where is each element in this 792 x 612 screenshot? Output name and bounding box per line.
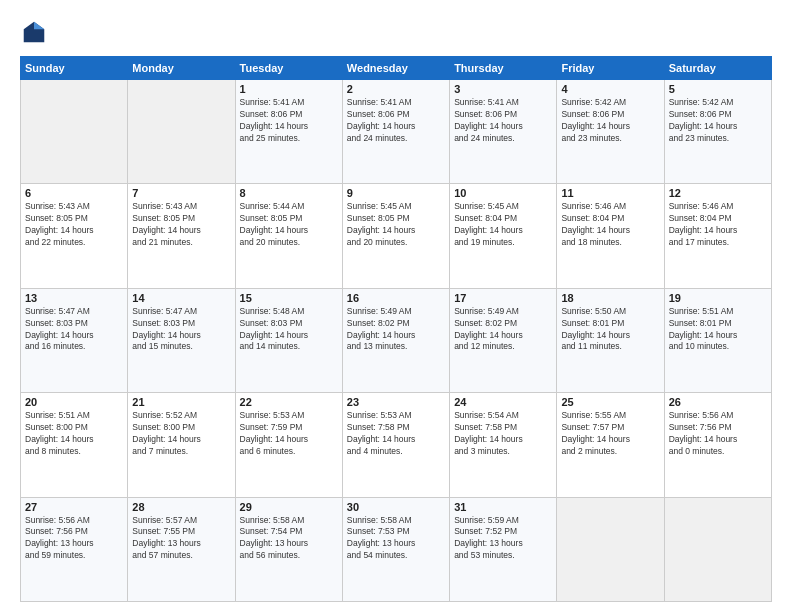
day-cell: 8Sunrise: 5:44 AM Sunset: 8:05 PM Daylig… — [235, 184, 342, 288]
day-cell: 14Sunrise: 5:47 AM Sunset: 8:03 PM Dayli… — [128, 288, 235, 392]
day-info: Sunrise: 5:41 AM Sunset: 8:06 PM Dayligh… — [454, 97, 552, 145]
week-row-5: 27Sunrise: 5:56 AM Sunset: 7:56 PM Dayli… — [21, 497, 772, 601]
day-info: Sunrise: 5:42 AM Sunset: 8:06 PM Dayligh… — [561, 97, 659, 145]
day-cell: 10Sunrise: 5:45 AM Sunset: 8:04 PM Dayli… — [450, 184, 557, 288]
day-number: 2 — [347, 83, 445, 95]
day-cell: 22Sunrise: 5:53 AM Sunset: 7:59 PM Dayli… — [235, 393, 342, 497]
day-number: 1 — [240, 83, 338, 95]
day-info: Sunrise: 5:53 AM Sunset: 7:58 PM Dayligh… — [347, 410, 445, 458]
day-cell: 9Sunrise: 5:45 AM Sunset: 8:05 PM Daylig… — [342, 184, 449, 288]
day-number: 17 — [454, 292, 552, 304]
day-number: 6 — [25, 187, 123, 199]
day-cell — [557, 497, 664, 601]
day-cell: 13Sunrise: 5:47 AM Sunset: 8:03 PM Dayli… — [21, 288, 128, 392]
day-info: Sunrise: 5:47 AM Sunset: 8:03 PM Dayligh… — [132, 306, 230, 354]
day-number: 28 — [132, 501, 230, 513]
day-cell: 20Sunrise: 5:51 AM Sunset: 8:00 PM Dayli… — [21, 393, 128, 497]
day-info: Sunrise: 5:58 AM Sunset: 7:54 PM Dayligh… — [240, 515, 338, 563]
day-cell: 4Sunrise: 5:42 AM Sunset: 8:06 PM Daylig… — [557, 80, 664, 184]
day-info: Sunrise: 5:57 AM Sunset: 7:55 PM Dayligh… — [132, 515, 230, 563]
day-cell: 17Sunrise: 5:49 AM Sunset: 8:02 PM Dayli… — [450, 288, 557, 392]
day-number: 30 — [347, 501, 445, 513]
day-number: 3 — [454, 83, 552, 95]
day-cell: 25Sunrise: 5:55 AM Sunset: 7:57 PM Dayli… — [557, 393, 664, 497]
day-info: Sunrise: 5:41 AM Sunset: 8:06 PM Dayligh… — [240, 97, 338, 145]
day-number: 4 — [561, 83, 659, 95]
day-info: Sunrise: 5:41 AM Sunset: 8:06 PM Dayligh… — [347, 97, 445, 145]
day-info: Sunrise: 5:48 AM Sunset: 8:03 PM Dayligh… — [240, 306, 338, 354]
day-number: 31 — [454, 501, 552, 513]
calendar-header-row: SundayMondayTuesdayWednesdayThursdayFrid… — [21, 57, 772, 80]
day-info: Sunrise: 5:42 AM Sunset: 8:06 PM Dayligh… — [669, 97, 767, 145]
day-number: 10 — [454, 187, 552, 199]
page: SundayMondayTuesdayWednesdayThursdayFrid… — [0, 0, 792, 612]
day-number: 25 — [561, 396, 659, 408]
column-header-tuesday: Tuesday — [235, 57, 342, 80]
day-cell: 11Sunrise: 5:46 AM Sunset: 8:04 PM Dayli… — [557, 184, 664, 288]
day-info: Sunrise: 5:56 AM Sunset: 7:56 PM Dayligh… — [25, 515, 123, 563]
day-info: Sunrise: 5:51 AM Sunset: 8:00 PM Dayligh… — [25, 410, 123, 458]
day-info: Sunrise: 5:49 AM Sunset: 8:02 PM Dayligh… — [347, 306, 445, 354]
day-number: 21 — [132, 396, 230, 408]
day-info: Sunrise: 5:50 AM Sunset: 8:01 PM Dayligh… — [561, 306, 659, 354]
day-cell: 24Sunrise: 5:54 AM Sunset: 7:58 PM Dayli… — [450, 393, 557, 497]
day-number: 29 — [240, 501, 338, 513]
day-number: 15 — [240, 292, 338, 304]
week-row-2: 6Sunrise: 5:43 AM Sunset: 8:05 PM Daylig… — [21, 184, 772, 288]
week-row-4: 20Sunrise: 5:51 AM Sunset: 8:00 PM Dayli… — [21, 393, 772, 497]
day-info: Sunrise: 5:55 AM Sunset: 7:57 PM Dayligh… — [561, 410, 659, 458]
day-number: 20 — [25, 396, 123, 408]
day-cell: 5Sunrise: 5:42 AM Sunset: 8:06 PM Daylig… — [664, 80, 771, 184]
week-row-1: 1Sunrise: 5:41 AM Sunset: 8:06 PM Daylig… — [21, 80, 772, 184]
week-row-3: 13Sunrise: 5:47 AM Sunset: 8:03 PM Dayli… — [21, 288, 772, 392]
day-number: 14 — [132, 292, 230, 304]
day-cell — [128, 80, 235, 184]
day-number: 22 — [240, 396, 338, 408]
day-info: Sunrise: 5:51 AM Sunset: 8:01 PM Dayligh… — [669, 306, 767, 354]
day-info: Sunrise: 5:54 AM Sunset: 7:58 PM Dayligh… — [454, 410, 552, 458]
day-cell: 7Sunrise: 5:43 AM Sunset: 8:05 PM Daylig… — [128, 184, 235, 288]
day-info: Sunrise: 5:47 AM Sunset: 8:03 PM Dayligh… — [25, 306, 123, 354]
day-info: Sunrise: 5:43 AM Sunset: 8:05 PM Dayligh… — [25, 201, 123, 249]
day-cell: 15Sunrise: 5:48 AM Sunset: 8:03 PM Dayli… — [235, 288, 342, 392]
day-number: 23 — [347, 396, 445, 408]
column-header-wednesday: Wednesday — [342, 57, 449, 80]
day-info: Sunrise: 5:53 AM Sunset: 7:59 PM Dayligh… — [240, 410, 338, 458]
day-info: Sunrise: 5:59 AM Sunset: 7:52 PM Dayligh… — [454, 515, 552, 563]
day-cell: 26Sunrise: 5:56 AM Sunset: 7:56 PM Dayli… — [664, 393, 771, 497]
day-info: Sunrise: 5:46 AM Sunset: 8:04 PM Dayligh… — [561, 201, 659, 249]
day-cell: 1Sunrise: 5:41 AM Sunset: 8:06 PM Daylig… — [235, 80, 342, 184]
day-info: Sunrise: 5:43 AM Sunset: 8:05 PM Dayligh… — [132, 201, 230, 249]
day-number: 9 — [347, 187, 445, 199]
day-number: 13 — [25, 292, 123, 304]
day-cell: 30Sunrise: 5:58 AM Sunset: 7:53 PM Dayli… — [342, 497, 449, 601]
day-number: 19 — [669, 292, 767, 304]
day-info: Sunrise: 5:46 AM Sunset: 8:04 PM Dayligh… — [669, 201, 767, 249]
day-info: Sunrise: 5:49 AM Sunset: 8:02 PM Dayligh… — [454, 306, 552, 354]
day-number: 16 — [347, 292, 445, 304]
day-cell — [664, 497, 771, 601]
day-cell — [21, 80, 128, 184]
svg-marker-1 — [34, 22, 44, 29]
day-cell: 27Sunrise: 5:56 AM Sunset: 7:56 PM Dayli… — [21, 497, 128, 601]
day-number: 7 — [132, 187, 230, 199]
day-info: Sunrise: 5:58 AM Sunset: 7:53 PM Dayligh… — [347, 515, 445, 563]
day-cell: 23Sunrise: 5:53 AM Sunset: 7:58 PM Dayli… — [342, 393, 449, 497]
day-number: 12 — [669, 187, 767, 199]
day-cell: 28Sunrise: 5:57 AM Sunset: 7:55 PM Dayli… — [128, 497, 235, 601]
day-number: 24 — [454, 396, 552, 408]
day-info: Sunrise: 5:56 AM Sunset: 7:56 PM Dayligh… — [669, 410, 767, 458]
column-header-monday: Monday — [128, 57, 235, 80]
day-cell: 29Sunrise: 5:58 AM Sunset: 7:54 PM Dayli… — [235, 497, 342, 601]
day-cell: 19Sunrise: 5:51 AM Sunset: 8:01 PM Dayli… — [664, 288, 771, 392]
day-number: 8 — [240, 187, 338, 199]
column-header-saturday: Saturday — [664, 57, 771, 80]
day-info: Sunrise: 5:44 AM Sunset: 8:05 PM Dayligh… — [240, 201, 338, 249]
day-cell: 12Sunrise: 5:46 AM Sunset: 8:04 PM Dayli… — [664, 184, 771, 288]
column-header-friday: Friday — [557, 57, 664, 80]
logo-icon — [20, 18, 48, 46]
logo — [20, 18, 52, 46]
calendar-table: SundayMondayTuesdayWednesdayThursdayFrid… — [20, 56, 772, 602]
day-info: Sunrise: 5:52 AM Sunset: 8:00 PM Dayligh… — [132, 410, 230, 458]
day-info: Sunrise: 5:45 AM Sunset: 8:04 PM Dayligh… — [454, 201, 552, 249]
